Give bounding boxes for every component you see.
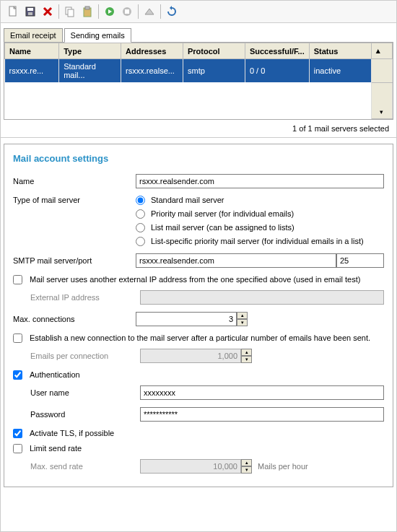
emails-per-conn-down-icon[interactable]: ▾ [241, 356, 252, 363]
copy-icon[interactable] [62, 4, 78, 19]
limit-send-rate-checkbox[interactable] [13, 444, 22, 453]
refresh-icon[interactable] [164, 4, 180, 19]
scroll-up-icon[interactable] [371, 43, 392, 59]
label-type: Type of mail server [13, 196, 136, 204]
radio-standard-label: Standard mail server [151, 196, 224, 204]
max-conn-up-icon[interactable]: ▴ [237, 312, 248, 319]
radio-list[interactable] [136, 223, 145, 232]
col-successful[interactable]: Successful/F... [245, 43, 309, 59]
svg-rect-2 [27, 8, 33, 11]
max-rate-up-icon[interactable]: ▴ [241, 459, 252, 466]
save-icon[interactable] [22, 4, 38, 19]
label-max-conn: Max. connections [13, 315, 136, 323]
label-max-send-rate: Max. send rate [30, 462, 140, 471]
smtp-host-input[interactable] [136, 253, 336, 268]
label-smtp: SMTP mail server/port [13, 256, 136, 265]
stop-icon[interactable] [119, 4, 135, 19]
smtp-port-input[interactable] [336, 253, 384, 268]
external-ip-checkbox[interactable] [13, 275, 22, 284]
label-username: User name [30, 388, 140, 397]
radio-priority-label: Priority mail server (for individual ema… [151, 209, 294, 218]
mail-servers-table: Name Type Addresses Protocol Successful/… [4, 42, 393, 120]
password-input[interactable] [140, 407, 384, 422]
label-emails-per-conn: Emails per connection [30, 352, 140, 360]
col-status[interactable]: Status [309, 43, 371, 59]
establish-connection-checkbox[interactable] [13, 333, 22, 343]
tls-checkbox[interactable] [13, 429, 22, 438]
cell-name: rsxxx.re... [5, 59, 59, 83]
max-connections-input[interactable]: 3 [136, 312, 237, 326]
mail-account-settings-panel: Mail account settings Name Type of mail … [4, 144, 393, 487]
radio-standard[interactable] [136, 196, 145, 205]
status-bar: 1 of 1 mail servers selected [1, 120, 396, 138]
panel-title: Mail account settings [13, 153, 384, 164]
paste-icon[interactable] [79, 4, 95, 19]
cell-type: Standard mail... [59, 59, 121, 83]
authentication-checkbox[interactable] [13, 370, 22, 380]
label-ext-ip: External IP address [30, 293, 140, 302]
username-input[interactable] [140, 385, 384, 400]
cell-protocol: smtp [183, 59, 245, 83]
send-icon[interactable] [141, 4, 157, 19]
tab-sending-emails[interactable]: Sending emails [64, 28, 131, 43]
cell-addresses: rsxxx.realse... [121, 59, 183, 83]
max-conn-down-icon[interactable]: ▾ [237, 319, 248, 326]
name-input[interactable] [136, 174, 384, 188]
col-type[interactable]: Type [59, 43, 121, 59]
label-password: Password [30, 410, 140, 419]
emails-per-conn-input: 1,000 [140, 349, 241, 363]
tab-email-receipt[interactable]: Email receipt [4, 28, 63, 42]
cell-status: inactive [309, 59, 371, 83]
table-header-row: Name Type Addresses Protocol Successful/… [5, 43, 393, 59]
mail-server-type-radios: Standard mail server Priority mail serve… [136, 196, 384, 246]
label-name: Name [13, 177, 136, 186]
emails-per-conn-up-icon[interactable]: ▴ [241, 349, 252, 356]
max-rate-down-icon[interactable]: ▾ [241, 466, 252, 474]
tab-strip: Email receipt Sending emails [1, 23, 396, 42]
scroll-down-icon[interactable] [371, 82, 392, 118]
limit-send-rate-label: Limit send rate [30, 444, 82, 453]
svg-rect-7 [85, 6, 90, 9]
col-addresses[interactable]: Addresses [121, 43, 183, 59]
col-protocol[interactable]: Protocol [183, 43, 245, 59]
tls-label: Activate TLS, if possible [30, 429, 114, 437]
radio-priority[interactable] [136, 209, 145, 219]
run-icon[interactable] [102, 4, 118, 19]
svg-rect-3 [28, 12, 32, 15]
mails-per-hour-label: Mails per hour [258, 462, 308, 471]
radio-list-label: List mail server (can be assigned to lis… [151, 223, 295, 232]
establish-connection-label: Establish a new connection to the mail s… [30, 333, 370, 342]
radio-list-specific-label: List-specific priority mail server (for … [151, 237, 364, 245]
cell-successful: 0 / 0 [245, 59, 309, 83]
col-name[interactable]: Name [5, 43, 59, 59]
external-ip-label: Mail server uses another external IP add… [30, 275, 360, 284]
svg-rect-10 [125, 9, 129, 14]
new-icon[interactable] [5, 4, 21, 19]
svg-rect-5 [68, 9, 74, 17]
delete-icon[interactable] [40, 4, 56, 19]
authentication-label: Authentication [30, 370, 80, 379]
max-send-rate-input: 10,000 [140, 459, 241, 474]
external-ip-input [140, 290, 384, 305]
table-row[interactable]: rsxxx.re... Standard mail... rsxxx.reals… [5, 59, 393, 83]
radio-list-specific[interactable] [136, 237, 145, 246]
toolbar [1, 1, 396, 23]
